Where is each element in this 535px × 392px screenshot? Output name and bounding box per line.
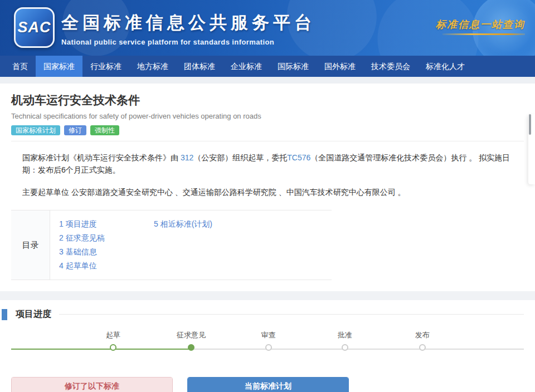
site-title-en: National public service platform for sta… (61, 38, 315, 46)
step-label: 起草 (106, 330, 120, 340)
section-accent-bar (2, 309, 7, 320)
slogan-underline (442, 33, 525, 35)
step-comment-solicitation: 征求意见 (177, 330, 206, 351)
step-label: 发布 (415, 330, 430, 340)
step-dot-pending-icon (419, 344, 426, 351)
committee-code-link[interactable]: TC576 (287, 153, 310, 162)
department-code-link[interactable]: 312 (181, 153, 193, 162)
progress-section-title: 项目进度 (16, 308, 51, 320)
badge-revision: 修订 (64, 125, 86, 135)
nav-content-gap (0, 77, 535, 84)
section-rule (59, 314, 524, 315)
summary-text: （公安部）组织起草，委托 (193, 153, 287, 162)
sac-logo[interactable]: SAC (14, 7, 55, 48)
sac-logo-text: SAC (17, 19, 51, 36)
head-divider (11, 141, 524, 141)
step-dot-done-icon (110, 344, 116, 351)
nav-item-local-standards[interactable]: 地方标准 (129, 56, 176, 77)
nav-item-industry-standards[interactable]: 行业标准 (82, 56, 129, 77)
nav-item-enterprise-standards[interactable]: 企业标准 (223, 56, 270, 77)
page-content: 机动车运行安全技术条件 Technical specifications for… (0, 84, 535, 392)
toc-label: 目录 (11, 210, 50, 280)
nav-item-group-standards[interactable]: 团体标准 (176, 56, 223, 77)
timeline-progress-fill (11, 349, 191, 350)
toc-link-project-progress[interactable]: 1 项目进度 (59, 217, 154, 231)
page-subtitle-en: Technical specifications for safety of p… (11, 112, 524, 120)
toc-link-similar-standards[interactable]: 5 相近标准(计划) (154, 217, 212, 231)
site-title-cn: 全国标准信息公共服务平台 (61, 11, 315, 35)
nav-item-international-standards[interactable]: 国际标准 (270, 56, 317, 77)
step-publication: 发布 (415, 330, 430, 351)
table-of-contents: 目录 1 项目进度 2 征求意见稿 3 基础信息 4 起草单位 5 相近标准(计… (11, 210, 332, 280)
scrollbar-thumb[interactable] (529, 114, 531, 135)
site-header: SAC 全国标准信息公共服务平台 National public service… (0, 0, 535, 56)
nav-item-technical-committee[interactable]: 技术委员会 (363, 56, 418, 77)
step-review: 审查 (261, 330, 276, 351)
step-drafting: 起草 (106, 330, 120, 351)
site-title-block: 全国标准信息公共服务平台 National public service pla… (61, 11, 315, 46)
step-label: 审查 (261, 330, 276, 340)
toc-link-drafting-units[interactable]: 4 起草单位 (59, 259, 154, 273)
progress-section-header: 项目进度 (0, 308, 535, 320)
current-plan-card: 当前标准计划 20250058-Q-312 正在征求意见 机动车运行安全技术条件 (187, 377, 349, 392)
toc-link-draft-for-comments[interactable]: 2 征求意见稿 (59, 231, 154, 245)
badge-mandatory: 强制性 (90, 125, 119, 135)
nav-item-national-standards[interactable]: 国家标准 (36, 56, 82, 77)
header-slogan-block: 标准信息一站查询 (436, 18, 525, 35)
toc-link-basic-info[interactable]: 3 基础信息 (59, 245, 154, 259)
current-plan-card-header: 当前标准计划 (188, 378, 348, 392)
step-dot-current-icon (188, 344, 194, 351)
badge-national-plan: 国家标准计划 (11, 125, 60, 135)
page-title: 机动车运行安全技术条件 (11, 92, 524, 108)
nav-item-foreign-standards[interactable]: 国外标准 (317, 56, 363, 77)
revised-card-header: 修订了以下标准 (12, 378, 172, 392)
step-label: 征求意见 (177, 330, 206, 340)
standards-cards-row: 修订了以下标准 GB 7258-2017 （全部代替） 机动车运行安全技术条件 (11, 377, 524, 392)
nav-item-home[interactable]: 首页 (4, 56, 36, 77)
summary-text: 国家标准计划《机动车运行安全技术条件》由 (22, 153, 181, 162)
step-dot-pending-icon (342, 344, 348, 351)
revised-standards-card: 修订了以下标准 GB 7258-2017 （全部代替） 机动车运行安全技术条件 (11, 377, 173, 392)
header-slogan-text: 标准信息一站查询 (436, 18, 525, 31)
main-nav: 首页 国家标准 行业标准 地方标准 团体标准 企业标准 国际标准 国外标准 技术… (0, 56, 535, 77)
page-head: 机动车运行安全技术条件 Technical specifications for… (0, 84, 535, 135)
step-approval: 批准 (338, 330, 352, 351)
nav-item-standardization-talent[interactable]: 标准化人才 (418, 56, 473, 77)
step-dot-pending-icon (265, 344, 272, 351)
progress-timeline: 起草 征求意见 审查 批准 发布 (11, 330, 524, 357)
section-separator (0, 291, 535, 300)
toc-links: 1 项目进度 2 征求意见稿 3 基础信息 4 起草单位 5 相近标准(计划) (50, 210, 332, 280)
summary-paragraph: 国家标准计划《机动车运行安全技术条件》由 312（公安部）组织起草，委托TC57… (22, 152, 513, 176)
floating-panel-edge (528, 114, 535, 184)
badge-row: 国家标准计划 修订 强制性 (11, 125, 524, 135)
step-label: 批准 (338, 330, 352, 340)
drafting-units-paragraph: 主要起草单位 公安部道路交通安全研究中心 、交通运输部公路科学研究院 、中国汽车… (22, 187, 513, 199)
